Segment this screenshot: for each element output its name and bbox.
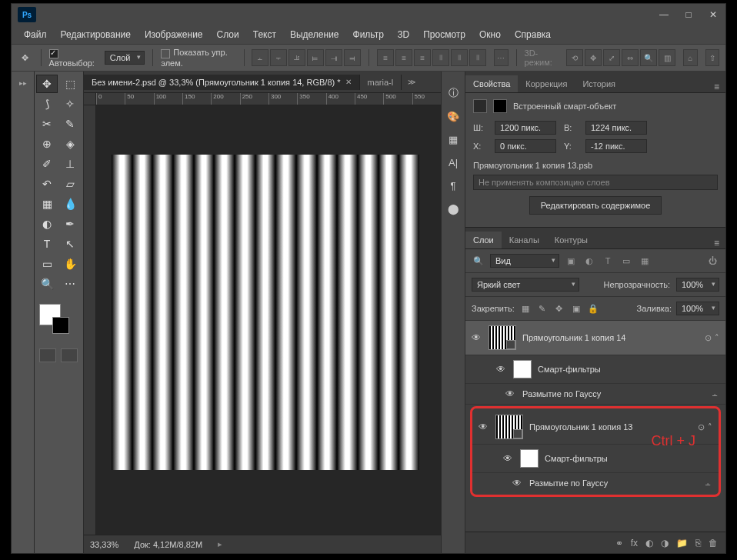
- color-swatches[interactable]: [36, 301, 82, 328]
- close-button[interactable]: ✕: [701, 5, 725, 24]
- panel-menu-icon[interactable]: ≡: [708, 82, 725, 92]
- link-layers-icon[interactable]: ⚭: [615, 538, 623, 548]
- dist-left-icon[interactable]: ⦀: [432, 49, 449, 66]
- menu-help[interactable]: Справка: [509, 28, 557, 42]
- doc-size[interactable]: Док: 4,12M/8,82M: [134, 540, 202, 549]
- menu-select[interactable]: Выделение: [284, 28, 345, 42]
- blur-tool[interactable]: 💧: [59, 195, 81, 213]
- menu-window[interactable]: Окно: [473, 28, 507, 42]
- pen-tool[interactable]: ✒: [59, 215, 81, 233]
- lock-pos-icon[interactable]: ✥: [553, 302, 565, 315]
- dist-right-icon[interactable]: ⦀: [469, 49, 486, 66]
- visibility-icon[interactable]: 👁: [472, 332, 482, 343]
- hand-tool[interactable]: ✋: [59, 255, 81, 273]
- filter-adj-icon[interactable]: ◐: [582, 254, 596, 268]
- tab-adjustments[interactable]: Коррекция: [518, 75, 575, 92]
- tab-history[interactable]: История: [575, 75, 623, 92]
- filter-options-icon[interactable]: ⫠: [704, 478, 712, 488]
- lock-all-icon[interactable]: 🔒: [587, 302, 599, 315]
- eyedropper-tool[interactable]: ✎: [59, 115, 81, 133]
- persp-icon[interactable]: ▥: [659, 49, 675, 66]
- move-tool[interactable]: ✥: [36, 75, 58, 93]
- visibility-icon[interactable]: 👁: [479, 422, 489, 432]
- path-tool[interactable]: ↖: [59, 235, 81, 253]
- expand-icon[interactable]: ˄: [708, 422, 712, 432]
- filter-toggle-icon[interactable]: ⏻: [705, 254, 719, 268]
- tab-channels[interactable]: Каналы: [502, 232, 547, 248]
- ruler-corner[interactable]: [84, 93, 96, 105]
- info-panel-icon[interactable]: ⓘ: [445, 85, 461, 101]
- menu-3d[interactable]: 3D: [392, 28, 415, 42]
- visibility-icon[interactable]: 👁: [512, 478, 523, 488]
- autoselect-checkbox[interactable]: [49, 49, 58, 58]
- filter-row[interactable]: 👁 Размытие по Гауссу ⫠: [465, 384, 725, 405]
- dodge-tool[interactable]: ◐: [36, 215, 58, 233]
- dist-top-icon[interactable]: ≡: [377, 49, 394, 66]
- opacity-value[interactable]: 100%: [676, 278, 719, 292]
- visibility-icon[interactable]: 👁: [503, 453, 514, 464]
- maximize-button[interactable]: □: [676, 5, 701, 24]
- share-icon[interactable]: ⇧: [705, 49, 719, 66]
- filter-shape-icon[interactable]: ▭: [619, 254, 633, 268]
- ruler-horizontal[interactable]: 050100150200250300350400450500550: [96, 93, 441, 105]
- edit-toolbar[interactable]: ⋯: [59, 275, 81, 293]
- tab-overflow-icon[interactable]: ≫: [402, 78, 422, 86]
- para-panel-icon[interactable]: ¶: [445, 178, 461, 193]
- autoselect-target-dropdown[interactable]: Слой: [105, 51, 145, 65]
- mask-icon[interactable]: ◐: [645, 538, 653, 548]
- lasso-tool[interactable]: ⟆: [36, 95, 58, 113]
- shape-tool[interactable]: ▭: [36, 255, 58, 273]
- x-value[interactable]: 0 пикс.: [495, 139, 556, 153]
- zoom-tool[interactable]: 🔍: [36, 275, 58, 293]
- height-value[interactable]: 1224 пикс.: [585, 121, 647, 135]
- document-tab-active[interactable]: Без имени-2.psd @ 33,3% (Прямоугольник 1…: [84, 75, 360, 90]
- dist-bottom-icon[interactable]: ≡: [414, 49, 431, 66]
- filter-options-icon[interactable]: ⫠: [711, 389, 719, 398]
- delete-layer-icon[interactable]: 🗑: [709, 538, 718, 548]
- menu-view[interactable]: Просмотр: [417, 28, 472, 42]
- menu-image[interactable]: Изображение: [138, 28, 209, 42]
- gradient-tool[interactable]: ▦: [36, 195, 58, 213]
- panel-menu-icon[interactable]: ≡: [708, 238, 725, 248]
- menu-layer[interactable]: Слои: [211, 28, 245, 42]
- history-brush-tool[interactable]: ↶: [36, 175, 58, 193]
- minimize-button[interactable]: —: [652, 5, 676, 24]
- foreground-swatch[interactable]: [39, 304, 61, 325]
- layer-comp-dropdown[interactable]: Не применять композицию слоев: [473, 175, 718, 190]
- align-vcenter-icon[interactable]: ⫟: [270, 49, 287, 66]
- filter-smart-icon[interactable]: ▦: [638, 254, 652, 268]
- expand-icon[interactable]: ˄: [715, 333, 719, 343]
- fill-value[interactable]: 100%: [676, 302, 719, 315]
- filter-type-icon[interactable]: T: [601, 254, 615, 268]
- marquee-tool[interactable]: ⬚: [59, 75, 81, 93]
- wand-tool[interactable]: ✧: [59, 95, 81, 113]
- menu-filter[interactable]: Фильтр: [347, 28, 390, 42]
- home-icon[interactable]: ⌂: [683, 49, 697, 66]
- dist-vcenter-icon[interactable]: ≡: [395, 49, 412, 66]
- layer-name[interactable]: Прямоугольник 1 копия 14: [522, 333, 625, 342]
- align-left-icon[interactable]: ⫢: [307, 49, 324, 66]
- filter-thumbnail[interactable]: [520, 449, 539, 468]
- lock-paint-icon[interactable]: ✎: [536, 302, 549, 315]
- menu-type[interactable]: Текст: [247, 28, 282, 42]
- layer-name[interactable]: Прямоугольник 1 копия 13: [529, 422, 632, 432]
- visibility-icon[interactable]: 👁: [505, 388, 516, 399]
- expand-icon[interactable]: ▸▸: [12, 72, 34, 95]
- align-right-icon[interactable]: ⫤: [344, 49, 361, 66]
- layer-thumbnail[interactable]: [495, 415, 523, 439]
- menu-edit[interactable]: Редактирование: [55, 28, 137, 42]
- menu-file[interactable]: Файл: [18, 28, 53, 42]
- crop-tool[interactable]: ✂: [36, 115, 58, 133]
- layer-row[interactable]: 👁 Прямоугольник 1 копия 14 ⊙˄: [465, 321, 725, 355]
- new-layer-icon[interactable]: ⎘: [695, 538, 701, 548]
- dist-hcenter-icon[interactable]: ⦀: [451, 49, 468, 66]
- orbit-icon[interactable]: ⟲: [566, 49, 583, 66]
- type-tool[interactable]: T: [36, 235, 58, 253]
- y-value[interactable]: -12 пикс.: [585, 139, 647, 153]
- char-panel-icon[interactable]: A|: [445, 155, 461, 170]
- document-tab-inactive[interactable]: maria-l: [360, 75, 402, 90]
- group-icon[interactable]: 📁: [676, 538, 688, 548]
- lock-trans-icon[interactable]: ▦: [519, 302, 532, 315]
- blend-mode-dropdown[interactable]: Яркий свет: [472, 278, 579, 292]
- filter-thumbnail[interactable]: [513, 360, 532, 378]
